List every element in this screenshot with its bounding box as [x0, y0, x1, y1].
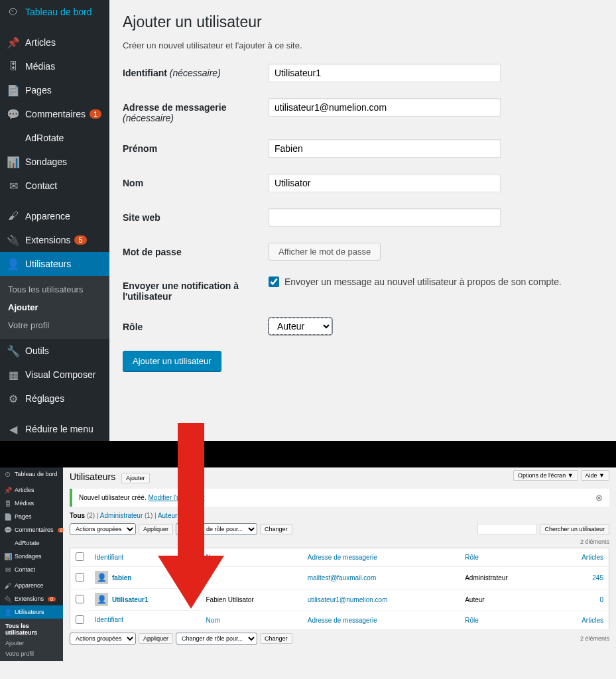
filter-author[interactable]: Auteur	[158, 512, 177, 519]
sidebar2-sondages[interactable]: 📊Sondages	[0, 550, 63, 563]
media-icon: 🎛	[4, 499, 12, 507]
apply-button[interactable]: Appliquer	[139, 524, 173, 534]
sidebar2-media[interactable]: 🎛Médias	[0, 497, 63, 510]
col-email-foot[interactable]: Adresse de messagerie	[302, 611, 460, 629]
select-all-checkbox[interactable]	[76, 552, 84, 561]
submenu2-all[interactable]: Tous les utilisateurs	[0, 621, 63, 638]
collapse-icon: ◀	[7, 422, 20, 436]
col-role-foot[interactable]: Rôle	[460, 611, 552, 629]
filter-admin[interactable]: Administrateur	[100, 512, 143, 519]
row-checkbox[interactable]	[76, 595, 84, 603]
nom-input[interactable]	[269, 174, 501, 192]
sidebar-item-media[interactable]: 🎛Médias	[0, 54, 109, 78]
items-count: 2 éléments	[580, 538, 609, 545]
sidebar-item-dashboard[interactable]: ⏲Tableau de bord	[0, 0, 109, 24]
select-all-checkbox-foot[interactable]	[76, 615, 84, 624]
notif-checkbox[interactable]	[269, 277, 279, 287]
submenu-profile[interactable]: Votre profil	[0, 316, 109, 334]
nom-label: Nom	[123, 174, 269, 188]
sidebar-item-contact[interactable]: ✉Contact	[0, 174, 109, 198]
sidebar2-extensions[interactable]: 🔌Extensions0	[0, 592, 63, 605]
change-button-bottom[interactable]: Changer	[260, 633, 292, 644]
submenu2-profile[interactable]: Votre profil	[0, 648, 63, 659]
badge: 0	[48, 597, 56, 601]
col-posts[interactable]: Articles	[552, 548, 609, 567]
col-posts-foot[interactable]: Articles	[552, 611, 609, 629]
email-link[interactable]: mailtest@fauxmail.com	[308, 574, 377, 582]
search-users-button[interactable]: Chercher un utilisateur	[540, 524, 609, 534]
page-subtitle: Créer un nouvel utilisateur et l'ajouter…	[123, 40, 603, 50]
sidebar-item-users[interactable]: 👤Utilisateurs	[0, 252, 109, 276]
submenu-all-users[interactable]: Tous les utilisateurs	[0, 280, 109, 298]
email-link[interactable]: utilisateur1@numelion.com	[308, 596, 388, 603]
submit-button[interactable]: Ajouter un utilisateur	[123, 351, 221, 371]
username-link[interactable]: fabien	[112, 574, 131, 582]
col-id[interactable]: Identifiant	[90, 548, 200, 567]
prenom-input[interactable]	[269, 139, 501, 158]
items-count-bottom: 2 éléments	[580, 635, 609, 642]
submenu2-add[interactable]: Ajouter	[0, 638, 63, 648]
sidebar-item-settings[interactable]: ⚙Réglages	[0, 387, 109, 410]
sidebar-item-extensions[interactable]: 🔌Extensions5	[0, 228, 109, 252]
sidebar2-users[interactable]: 👤Utilisateurs	[0, 605, 63, 619]
edit-user-link[interactable]: Modifier l'utilisateur	[149, 494, 205, 501]
table-row: 👤Utilisateur1 Fabien Utilisator utilisat…	[70, 589, 609, 611]
siteweb-input[interactable]	[269, 208, 501, 227]
submenu-add-user[interactable]: Ajouter	[0, 298, 109, 316]
brush-icon: 🖌	[4, 582, 12, 589]
help-button[interactable]: Aide ▼	[581, 470, 609, 481]
sidebar-item-collapse[interactable]: ◀Réduire le menu	[0, 417, 109, 441]
identifiant-input[interactable]	[269, 64, 501, 82]
role-label: Rôle	[123, 318, 269, 332]
screen-options-button[interactable]: Options de l'écran ▼	[513, 470, 578, 481]
posts-link[interactable]: 245	[592, 574, 603, 582]
col-role[interactable]: Rôle	[460, 548, 552, 567]
bulk-action-select-bottom[interactable]: Actions groupées	[70, 633, 136, 645]
sidebar-item-adrotate[interactable]: AdRotate	[0, 126, 109, 150]
page-icon: 📄	[7, 84, 20, 97]
role-select[interactable]: Auteur	[269, 318, 332, 335]
sidebar-item-articles[interactable]: 📌Articles	[0, 31, 109, 54]
sidebar2-articles[interactable]: 📌Articles	[0, 483, 63, 497]
col-email[interactable]: Adresse de messagerie	[302, 548, 460, 567]
bulk-action-select[interactable]: Actions groupées	[70, 523, 136, 535]
sidebar-label: Extensions	[25, 235, 70, 245]
sidebar2-dashboard[interactable]: ⏲Tableau de bord	[0, 467, 63, 481]
apply-button-bottom[interactable]: Appliquer	[139, 633, 173, 644]
sidebar-label: Réduire le menu	[25, 424, 93, 434]
sidebar-label: Apparence	[25, 211, 70, 221]
filter-all[interactable]: Tous	[70, 512, 85, 519]
sidebar-item-tools[interactable]: 🔧Outils	[0, 339, 109, 363]
sidebar-item-sondages[interactable]: 📊Sondages	[0, 150, 109, 174]
sidebar2-contact[interactable]: ✉Contact	[0, 563, 63, 576]
sidebar-label: Outils	[25, 345, 49, 356]
sidebar-item-vc[interactable]: ▦Visual Composer	[0, 363, 109, 387]
dismiss-notice-icon[interactable]: ⊗	[595, 493, 603, 503]
sidebar-item-pages[interactable]: 📄Pages	[0, 78, 109, 102]
sidebar2-adrotate[interactable]: AdRotate	[0, 536, 63, 550]
show-password-button[interactable]: Afficher le mot de passe	[269, 243, 381, 261]
user-icon: 👤	[4, 608, 12, 616]
sidebar-item-comments[interactable]: 💬Commentaires1	[0, 102, 109, 126]
pin-icon: 📌	[4, 486, 12, 494]
col-name-foot[interactable]: Nom	[200, 611, 302, 629]
sidebar2-appearance[interactable]: 🖌Apparence	[0, 579, 63, 592]
sidebar2-comments[interactable]: 💬Commentaires0	[0, 523, 63, 536]
sidebar-item-appearance[interactable]: 🖌Apparence	[0, 204, 109, 228]
role-change-select-bottom[interactable]: Changer de rôle pour...	[176, 633, 257, 645]
username-link[interactable]: Utilisateur1	[112, 596, 148, 603]
col-name[interactable]: Nom	[200, 548, 302, 567]
success-notice: Nouvel utilisateur créé. Modifier l'util…	[70, 489, 609, 507]
email-input[interactable]	[269, 98, 501, 117]
add-user-link[interactable]: Ajouter	[121, 473, 150, 483]
sidebar2-pages[interactable]: 📄Pages	[0, 510, 63, 523]
row-checkbox[interactable]	[76, 573, 84, 582]
sidebar-label: Utilisateurs	[25, 259, 71, 269]
role-change-select[interactable]: Changer de rôle pour...	[176, 523, 257, 535]
col-id-foot[interactable]: Identifiant	[90, 611, 200, 629]
admin-sidebar-small: ⏲Tableau de bord 📌Articles 🎛Médias 📄Page…	[0, 467, 63, 661]
change-button[interactable]: Changer	[260, 524, 292, 534]
list-title: Utilisateurs	[70, 471, 115, 482]
search-users-input[interactable]	[477, 524, 537, 534]
posts-link[interactable]: 0	[599, 596, 603, 603]
